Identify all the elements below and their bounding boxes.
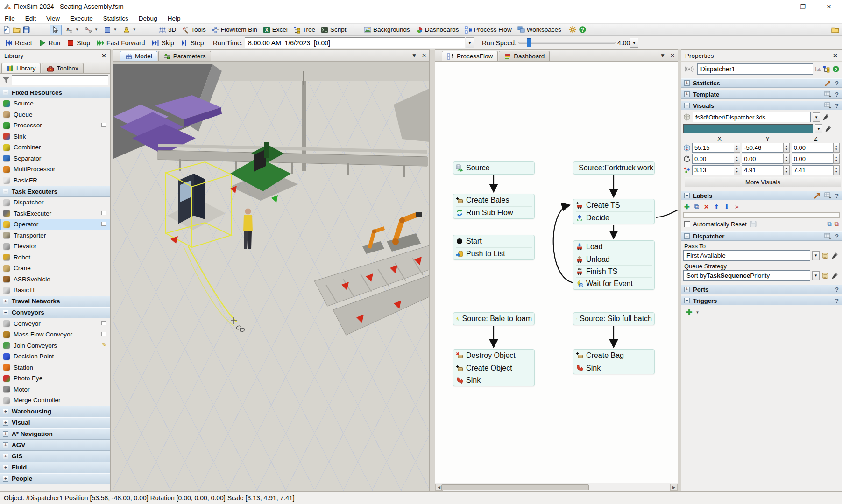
toolbar-button-dashboards[interactable]: Dashboards (414, 25, 461, 35)
move-down-icon[interactable]: ⬇ (724, 203, 729, 210)
select-tool[interactable] (50, 25, 62, 35)
toolbar-button-backgrounds[interactable]: Backgrounds (362, 25, 412, 35)
toolbar-button-script[interactable]: Script (319, 25, 348, 35)
library-search-input[interactable] (12, 75, 108, 85)
section-triggers[interactable]: − Triggers ? (681, 296, 842, 305)
fast-forward-button[interactable]: Fast Forward (94, 38, 147, 48)
delete-label-icon[interactable]: ✕ (704, 203, 709, 210)
pf-activity-unload[interactable]: Unload (576, 253, 652, 265)
section-template[interactable]: + Template ? (681, 90, 842, 99)
library-item-basicfr[interactable]: BasicFR (0, 175, 110, 186)
table-export-icon[interactable] (824, 91, 832, 98)
library-item-crane[interactable]: Crane (0, 263, 110, 274)
library-item-merge-controller[interactable]: Merge Controller (0, 395, 110, 406)
collapse-icon[interactable]: − (3, 310, 8, 315)
model-pane-menu-icon[interactable]: ▼ (411, 52, 417, 59)
run-time-dropdown[interactable]: ▼ (466, 37, 474, 48)
toolbar-button-3d[interactable]: 3D (157, 25, 178, 35)
pf-scrollbar-thumb[interactable] (441, 484, 589, 490)
menu-statistics[interactable]: Statistics (103, 15, 128, 22)
spinner[interactable]: ▲▼ (783, 154, 790, 164)
expand-icon[interactable]: + (3, 465, 8, 470)
rotation-z-input[interactable] (792, 154, 833, 164)
pf-activity-source-silo-full-batch[interactable]: Source: Silo full batch (576, 313, 652, 325)
section-labels[interactable]: − Labels ? (681, 191, 842, 200)
library-section-travel-networks[interactable]: +Travel Networks (0, 296, 110, 307)
library-item-mass-flow-conveyor[interactable]: Mass Flow Conveyor (0, 329, 110, 340)
tree-view-icon[interactable] (823, 65, 830, 73)
library-item-station[interactable]: Station (0, 362, 110, 373)
expand-icon[interactable]: + (3, 431, 8, 437)
queue-strategy-dropdown[interactable]: Sort by TaskSequence Priority (683, 270, 810, 281)
collapse-icon[interactable]: − (684, 233, 690, 239)
toolbar-button-tree[interactable]: Tree (291, 25, 317, 35)
menu-execute[interactable]: Execute (70, 15, 93, 22)
toolbar-button-excel[interactable]: XExcel (261, 25, 290, 35)
new-model-icon[interactable] (3, 26, 11, 34)
pf-activity-create-object[interactable]: Create Object (456, 362, 532, 374)
library-item-transporter[interactable]: Transporter (0, 230, 110, 241)
library-item-motor[interactable]: Motor (0, 384, 110, 395)
pf-block-start[interactable]: StartPush to List (453, 235, 535, 260)
pf-activity-sink[interactable]: Sink (456, 374, 532, 386)
object-name-input[interactable] (697, 63, 814, 75)
section-dispatcher[interactable]: − Dispatcher ? (681, 231, 842, 241)
more-visuals-button[interactable]: More Visuals (685, 177, 841, 187)
collapse-icon[interactable]: − (684, 103, 690, 108)
scale-x-input[interactable] (692, 165, 734, 175)
pf-pane-close-icon[interactable]: ✕ (670, 52, 675, 59)
pf-activity-decide[interactable]: Decide (576, 211, 652, 224)
model-3d-viewport[interactable] (113, 62, 429, 491)
pf-block-destroy-object[interactable]: Destroy ObjectCreate ObjectSink (453, 349, 535, 386)
library-item-conveyor[interactable]: Conveyor (0, 318, 110, 329)
step-button[interactable]: Step (178, 38, 206, 48)
rotation-x-input[interactable] (692, 154, 734, 164)
section-help-icon[interactable]: ? (835, 80, 839, 87)
add-trigger-dropdown-icon[interactable]: ▼ (695, 310, 699, 315)
library-item-asrsvehicle[interactable]: ASRSvehicle (0, 274, 110, 285)
paste-labels-icon[interactable]: ⧉ (835, 220, 839, 228)
pf-block-create-bag[interactable]: Create BagSink (573, 349, 655, 374)
table-export-icon[interactable] (824, 102, 832, 109)
menu-edit[interactable]: Edit (25, 15, 36, 22)
library-section-fixed-resources[interactable]: −Fixed Resources (0, 87, 110, 98)
section-help-icon[interactable]: ? (835, 233, 839, 240)
pf-block-create-bales[interactable]: Create BalesRun Sub Flow (453, 194, 535, 219)
pf-pane-menu-icon[interactable]: ▼ (660, 52, 665, 59)
close-button[interactable]: ✕ (816, 0, 842, 13)
library-section-agv[interactable]: +AGV (0, 440, 110, 451)
section-help-icon[interactable]: ? (835, 297, 839, 304)
section-help-icon[interactable]: ? (835, 192, 839, 199)
expand-icon[interactable]: + (684, 91, 690, 97)
pf-activity-sink[interactable]: Sink (576, 362, 652, 374)
queue-strategy-sampler-icon[interactable] (831, 272, 838, 280)
spinner[interactable]: ▲▼ (734, 165, 740, 175)
expand-icon[interactable]: + (3, 409, 8, 414)
duplicate-label-icon[interactable]: ⧉ (694, 203, 699, 210)
expand-icon[interactable]: + (684, 287, 690, 292)
section-help-icon[interactable]: ? (835, 102, 839, 109)
pass-to-dropdown-icon[interactable]: ▼ (812, 251, 820, 260)
expand-icon[interactable]: + (3, 476, 8, 482)
shape-sampler-icon[interactable] (822, 113, 829, 121)
menu-file[interactable]: File (5, 15, 15, 22)
open-model-icon[interactable] (13, 26, 21, 34)
save-labels-icon[interactable] (750, 220, 757, 228)
collapse-icon[interactable]: − (3, 90, 8, 95)
library-section-gis[interactable]: +GIS (0, 451, 110, 462)
library-section-visual[interactable]: +Visual (0, 417, 110, 428)
measure-tool[interactable]: ▼ (121, 25, 138, 35)
a-connect-tool[interactable]: A▼ (64, 25, 81, 35)
copy-labels-icon[interactable]: ⧉ (827, 220, 831, 228)
library-section-warehousing[interactable]: +Warehousing (0, 406, 110, 417)
library-item-multiprocessor[interactable]: MultiProcessor (0, 164, 110, 175)
expand-icon[interactable]: + (3, 420, 8, 426)
library-item-processor[interactable]: Processor (0, 120, 110, 131)
table-export-icon[interactable] (824, 232, 832, 240)
shape-dropdown-icon[interactable]: ▼ (813, 112, 820, 122)
run-button[interactable]: Run (36, 38, 63, 48)
queue-strategy-code-icon[interactable] (821, 272, 829, 280)
position-z-input[interactable] (792, 143, 833, 153)
pf-block-load[interactable]: LoadUnloadFinish TSWait for Event (573, 240, 655, 290)
pf-activity-start[interactable]: Start (456, 235, 532, 247)
